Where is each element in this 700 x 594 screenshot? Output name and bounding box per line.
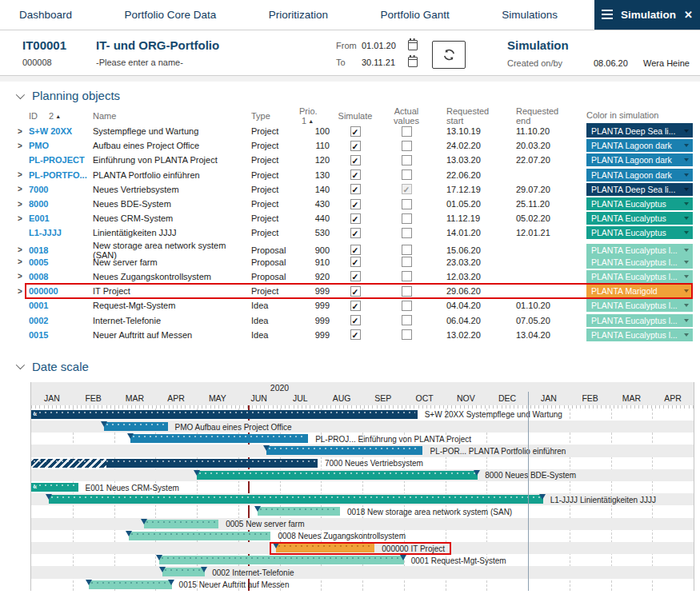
color-select[interactable]: PLANTA Eucalyptus l...: [586, 244, 693, 257]
refresh-button[interactable]: [432, 41, 466, 69]
col-header-simulate[interactable]: Simulate: [330, 111, 381, 121]
actual-values-checkbox[interactable]: [402, 155, 412, 165]
gantt-bar[interactable]: [162, 568, 205, 576]
date-scale-section-header[interactable]: Date scale: [0, 353, 700, 377]
actual-values-checkbox[interactable]: [402, 301, 412, 311]
expand-arrow-icon[interactable]: >: [14, 245, 29, 254]
actual-values-checkbox[interactable]: [402, 315, 412, 325]
simulate-checkbox[interactable]: ✓: [350, 213, 361, 224]
nav-tab-simulations[interactable]: Simulations: [502, 9, 558, 21]
table-row[interactable]: 0015Neuer Auftritt auf MessenIdea999✓13.…: [14, 328, 693, 342]
expand-arrow-icon[interactable]: >: [14, 272, 29, 281]
color-select[interactable]: PLANTA Eucalyptus l...: [586, 314, 693, 327]
actual-values-checkbox[interactable]: [402, 141, 412, 151]
gantt-bar[interactable]: «: [31, 483, 78, 492]
from-date-field[interactable]: 01.01.20: [362, 41, 408, 50]
expand-arrow-icon[interactable]: >: [14, 142, 29, 150]
gantt-bar[interactable]: «: [31, 410, 418, 419]
actual-values-checkbox[interactable]: [402, 199, 412, 209]
gantt-bar[interactable]: [144, 520, 218, 528]
simulate-checkbox[interactable]: ✓: [350, 257, 361, 267]
color-select[interactable]: PLANTA Deep Sea li...: [586, 183, 693, 196]
table-row[interactable]: L1-JJJJLinientätigkeiten JJJJProject530✓…: [14, 225, 693, 240]
table-row[interactable]: >8000Neues BDE-SystemProject430✓01.05.20…: [14, 197, 693, 211]
close-icon[interactable]: ✕: [684, 10, 693, 20]
col-header-requested-end[interactable]: Requested end: [502, 106, 574, 126]
table-row[interactable]: >7000Neues VertriebsystemProject140✓✓17.…: [14, 182, 693, 197]
gantt-bar[interactable]: [130, 434, 308, 443]
col-header-requested-start[interactable]: Requested start: [432, 106, 502, 126]
simulate-checkbox[interactable]: ✓: [350, 228, 361, 238]
planning-row-id[interactable]: 8000: [29, 199, 93, 209]
table-row[interactable]: >0008Neues ZugangskontrollsystemProposal…: [14, 269, 693, 284]
table-row[interactable]: >000000IT ProjectProject999✓29.06.20PLAN…: [14, 284, 693, 298]
col-header-name[interactable]: Name: [93, 111, 251, 121]
table-row[interactable]: >PL-PORTFO...PLANTA Portfolio einführenP…: [14, 168, 693, 182]
simulate-checkbox[interactable]: ✓: [350, 199, 361, 209]
color-select[interactable]: PLANTA Lagoon dark: [586, 169, 693, 181]
gantt-bar[interactable]: [89, 580, 172, 589]
color-select[interactable]: PLANTA Lagoon dark: [586, 153, 693, 166]
actual-values-checkbox[interactable]: [402, 329, 412, 340]
actual-values-checkbox[interactable]: [402, 245, 412, 255]
color-select[interactable]: PLANTA Lagoon dark: [586, 139, 693, 152]
table-row[interactable]: PL-PROJECTEinführung von PLANTA ProjectP…: [14, 153, 693, 167]
color-select[interactable]: PLANTA Eucalyptus l...: [586, 256, 693, 269]
gantt-bar[interactable]: [197, 471, 478, 480]
simulate-checkbox[interactable]: ✓: [350, 315, 361, 325]
simulate-checkbox[interactable]: ✓: [350, 126, 361, 137]
col-header-prio[interactable]: Prio.1▲: [299, 106, 330, 126]
planning-row-id[interactable]: 000000: [29, 286, 93, 296]
color-select[interactable]: PLANTA Eucalyptus: [586, 212, 693, 225]
expand-arrow-icon[interactable]: >: [14, 170, 29, 179]
simulate-checkbox[interactable]: ✓: [350, 245, 361, 255]
gantt-bar[interactable]: [31, 459, 318, 468]
planning-row-id[interactable]: S+W 20XX: [29, 126, 93, 136]
table-row[interactable]: 0001Request-Mgt-SystemIdea999✓04.04.2001…: [14, 298, 693, 313]
nav-tab-portfolio-gantt[interactable]: Portfolio Gantt: [380, 9, 449, 21]
expand-arrow-icon[interactable]: >: [14, 127, 29, 136]
color-select[interactable]: PLANTA Deep Sea li...: [586, 125, 693, 138]
actual-values-checkbox[interactable]: [402, 126, 412, 137]
col-header-color-in-simulation[interactable]: Color in simulation: [586, 107, 693, 125]
simulate-checkbox[interactable]: ✓: [350, 286, 361, 297]
expand-arrow-icon[interactable]: >: [14, 185, 29, 193]
chevron-down-icon[interactable]: [16, 361, 25, 369]
planning-row-id[interactable]: 7000: [29, 185, 93, 194]
gantt-bar[interactable]: [104, 422, 168, 431]
gantt-bar[interactable]: [129, 532, 270, 540]
hamburger-icon[interactable]: [602, 14, 613, 15]
planning-objects-section-header[interactable]: Planning objects: [0, 82, 700, 106]
color-select[interactable]: PLANTA Eucalyptus: [586, 226, 693, 239]
simulate-checkbox[interactable]: ✓: [350, 271, 361, 281]
planning-row-id[interactable]: 0001: [29, 301, 93, 310]
simulate-checkbox[interactable]: ✓: [350, 301, 361, 311]
planning-row-id[interactable]: 0015: [29, 330, 93, 340]
planning-row-id[interactable]: PL-PROJECT: [29, 155, 93, 165]
gantt-bar[interactable]: [276, 544, 374, 552]
col-header-type[interactable]: Type: [251, 111, 299, 121]
chevron-down-icon[interactable]: [16, 90, 25, 98]
actual-values-checkbox[interactable]: [402, 228, 412, 238]
planning-row-id[interactable]: 0002: [29, 316, 93, 325]
planning-row-id[interactable]: E001: [29, 213, 93, 223]
nav-tab-dashboard[interactable]: Dashboard: [19, 9, 72, 21]
expand-arrow-icon[interactable]: >: [14, 200, 29, 209]
col-header-actual-values[interactable]: Actual values: [381, 106, 432, 126]
table-row[interactable]: >0005New server farmProposal910✓23.03.20…: [14, 255, 693, 269]
planning-row-id[interactable]: 0018: [29, 245, 93, 255]
table-row[interactable]: 0002Internet-TelefonieIdea999✓06.04.2007…: [14, 313, 693, 327]
expand-arrow-icon[interactable]: >: [14, 214, 29, 223]
simulate-checkbox[interactable]: ✓: [350, 184, 361, 194]
calendar-icon[interactable]: [408, 40, 418, 50]
color-select[interactable]: PLANTA Marigold: [586, 285, 693, 297]
actual-values-checkbox[interactable]: [402, 257, 412, 267]
gantt-bar[interactable]: [159, 556, 403, 564]
gantt-bar[interactable]: [258, 507, 341, 516]
actual-values-checkbox[interactable]: [402, 286, 412, 297]
expand-arrow-icon[interactable]: >: [14, 257, 29, 266]
color-select[interactable]: PLANTA Eucalyptus l...: [586, 299, 693, 312]
table-row[interactable]: >E001Neues CRM-SystemProject440✓11.12.19…: [14, 211, 693, 225]
planning-row-id[interactable]: PL-PORTFO...: [29, 170, 93, 180]
color-select[interactable]: PLANTA Eucalyptus: [586, 197, 693, 210]
